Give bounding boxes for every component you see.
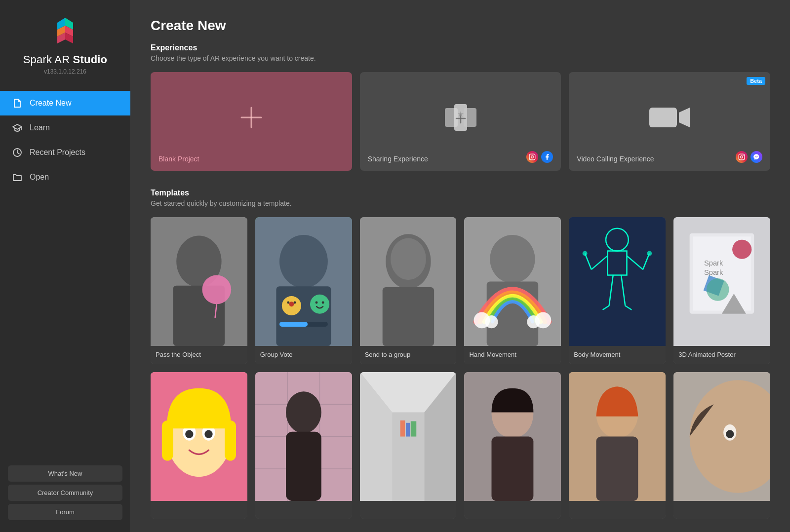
svg-point-46	[490, 235, 535, 283]
spark-ar-logo	[49, 16, 81, 47]
sharing-experience-platforms	[526, 151, 553, 163]
template-thumb	[360, 372, 457, 501]
experiences-description: Choose the type of AR experience you wan…	[151, 54, 770, 62]
svg-point-88	[286, 391, 321, 433]
svg-point-79	[204, 430, 212, 438]
video-calling-platforms	[736, 151, 762, 163]
template-thumb	[255, 217, 352, 346]
svg-rect-40	[279, 322, 308, 327]
version-label: v133.1.0.12.216	[44, 68, 86, 75]
svg-marker-20	[679, 108, 690, 127]
video-calling-icon	[577, 80, 762, 155]
template-thumb	[569, 217, 666, 346]
logo-title: Spark AR Studio	[23, 53, 107, 66]
template-8[interactable]	[255, 372, 352, 519]
template-thumb	[360, 217, 457, 346]
sidebar-item-label: Learn	[30, 123, 50, 132]
svg-point-23	[743, 155, 744, 155]
template-12[interactable]	[673, 372, 770, 519]
svg-point-17	[531, 156, 534, 158]
templates-grid-row1: Pass the Object	[151, 217, 770, 364]
sidebar-item-label: Recent Projects	[30, 148, 85, 157]
svg-point-18	[534, 155, 534, 155]
file-icon	[12, 98, 23, 109]
svg-point-22	[741, 156, 743, 158]
template-label: Body Movement	[569, 346, 666, 364]
svg-text:Spark: Spark	[704, 268, 723, 276]
svg-rect-80	[162, 420, 173, 461]
template-label	[255, 501, 352, 519]
facebook-badge	[541, 151, 553, 163]
blank-project-card[interactable]: Blank Project	[151, 72, 352, 171]
folder-icon	[12, 172, 23, 183]
instagram-badge-2	[736, 151, 748, 163]
sharing-experience-label: Sharing Experience	[368, 155, 553, 163]
svg-rect-95	[406, 423, 410, 437]
template-group-vote[interactable]: Group Vote	[255, 217, 352, 364]
template-thumb	[464, 217, 561, 346]
template-label	[569, 501, 666, 519]
sidebar-item-open[interactable]: Open	[0, 165, 130, 190]
templates-description: Get started quickly by customizing a tem…	[151, 199, 770, 207]
svg-rect-21	[739, 154, 745, 160]
template-7[interactable]	[151, 372, 247, 519]
svg-point-64	[647, 251, 652, 256]
svg-point-106	[726, 430, 734, 438]
svg-point-44	[391, 238, 426, 280]
templates-section: Templates Get started quickly by customi…	[151, 189, 770, 519]
sidebar-navigation: Create New Learn Recent Projects	[0, 87, 130, 457]
forum-button[interactable]: Forum	[8, 504, 122, 520]
template-body-movement[interactable]: Body Movement	[569, 217, 666, 364]
sharing-experience-card[interactable]: Sharing Experience	[360, 72, 561, 171]
svg-rect-99	[492, 437, 534, 501]
blank-project-icon	[158, 80, 344, 155]
svg-point-63	[583, 251, 588, 256]
svg-rect-89	[286, 432, 321, 501]
svg-rect-19	[649, 108, 677, 127]
svg-point-35	[293, 302, 296, 304]
svg-point-49	[485, 315, 498, 328]
creator-community-button[interactable]: Creator Community	[8, 485, 122, 501]
whats-new-button[interactable]: What's New	[8, 465, 122, 482]
template-thumb: Spark Spark	[673, 217, 770, 346]
template-label	[673, 501, 770, 519]
video-calling-card[interactable]: Beta Video Calling Experience	[569, 72, 770, 171]
template-10[interactable]	[464, 372, 561, 519]
template-label: Hand Movement	[464, 346, 561, 364]
template-label	[464, 501, 561, 519]
svg-rect-43	[382, 287, 434, 346]
template-11[interactable]	[569, 372, 666, 519]
svg-point-36	[310, 295, 329, 314]
template-9[interactable]	[360, 372, 457, 519]
clock-icon	[12, 147, 23, 158]
sharing-experience-icon	[368, 80, 553, 155]
svg-rect-96	[410, 421, 416, 437]
template-label: Send to a group	[360, 346, 457, 364]
template-pass-object[interactable]: Pass the Object	[151, 217, 247, 364]
video-calling-label: Video Calling Experience	[577, 155, 762, 163]
sidebar-item-create-new[interactable]: Create New	[0, 91, 130, 115]
svg-point-37	[315, 302, 317, 304]
sidebar-item-learn[interactable]: Learn	[0, 115, 130, 140]
sidebar-footer: What's New Creator Community Forum	[0, 457, 130, 532]
template-hand-movement[interactable]: Hand Movement	[464, 217, 561, 364]
svg-rect-13	[464, 108, 476, 127]
experiences-subtitle: Experiences	[151, 43, 770, 52]
svg-rect-81	[225, 420, 236, 461]
template-label	[151, 501, 247, 519]
sidebar-item-label: Create New	[30, 99, 71, 108]
svg-rect-102	[596, 437, 638, 501]
sidebar-item-label: Open	[30, 173, 49, 182]
instagram-badge	[526, 151, 538, 163]
templates-grid-row2	[151, 372, 770, 519]
template-thumb	[255, 372, 352, 501]
template-label: Pass the Object	[151, 346, 247, 364]
template-thumb	[464, 372, 561, 501]
svg-point-70	[732, 240, 751, 259]
sidebar-item-recent-projects[interactable]: Recent Projects	[0, 140, 130, 165]
svg-point-30	[279, 235, 328, 288]
template-label	[360, 501, 457, 519]
templates-subtitle: Templates	[151, 189, 770, 197]
template-send-group[interactable]: Send to a group	[360, 217, 457, 364]
template-3d-poster[interactable]: Spark Spark 3D Animated Poster	[673, 217, 770, 364]
